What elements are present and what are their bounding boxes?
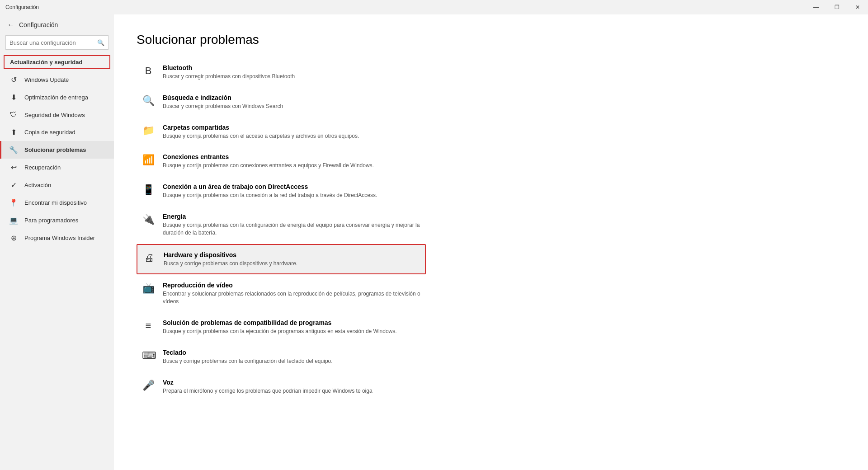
trouble-item-carpetas[interactable]: 📁Carpetas compartidasBusque y corrija pr… — [137, 118, 426, 146]
page-title: Solucionar problemas — [137, 33, 845, 47]
encontrar-icon: 📍 — [9, 198, 18, 207]
sidebar-item-activacion[interactable]: ✓Activación — [0, 176, 114, 194]
hardware-icon: 🖨 — [143, 252, 156, 264]
trouble-title-video: Reproducción de vídeo — [163, 282, 420, 289]
solucionar-icon: 🔧 — [9, 146, 18, 154]
trouble-item-conexiones[interactable]: 📶Conexiones entrantesBusque y corrija pr… — [137, 147, 426, 176]
activacion-icon: ✓ — [9, 181, 18, 189]
trouble-item-voz[interactable]: 🎤VozPrepara el micrófono y corrige los p… — [137, 372, 426, 401]
sidebar-item-label-seguridad: Seguridad de Windows — [24, 112, 85, 118]
trouble-title-conexiones: Conexiones entrantes — [163, 153, 420, 160]
sidebar-item-programadores[interactable]: 💻Para programadores — [0, 212, 114, 229]
trouble-item-video[interactable]: 📺Reproducción de vídeoEncontrar y soluci… — [137, 275, 426, 312]
trouble-text-directaccess: Conexión a un área de trabajo con Direct… — [163, 183, 420, 199]
conexiones-icon: 📶 — [142, 154, 155, 166]
trouble-text-teclado: TecladoBusca y corrige problemas con la … — [163, 349, 420, 365]
trouble-title-directaccess: Conexión a un área de trabajo con Direct… — [163, 183, 420, 190]
trouble-text-carpetas: Carpetas compartidasBusque y corrija pro… — [163, 124, 420, 140]
sidebar-app-title: Configuración — [19, 21, 58, 28]
titlebar-controls: — ❐ ✕ — [806, 0, 868, 14]
optimizacion-icon: ⬇ — [9, 93, 18, 102]
directaccess-icon: 📱 — [142, 184, 155, 196]
trouble-desc-bluetooth: Buscar y corregir problemas con disposit… — [163, 73, 420, 80]
trouble-item-bluetooth[interactable]: BBluetoothBuscar y corregir problemas co… — [137, 58, 426, 87]
trouble-text-bluetooth: BluetoothBuscar y corregir problemas con… — [163, 64, 420, 80]
active-section-label: Actualización y seguridad — [4, 55, 110, 69]
trouble-desc-hardware: Busca y corrige problemas con dispositiv… — [164, 260, 420, 268]
trouble-item-directaccess[interactable]: 📱Conexión a un área de trabajo con Direc… — [137, 177, 426, 206]
trouble-title-voz: Voz — [163, 379, 420, 386]
sidebar-item-solucionar[interactable]: 🔧Solucionar problemas — [0, 141, 114, 159]
search-input[interactable] — [9, 39, 97, 46]
trouble-desc-compatibilidad: Busque y corrija problemas con la ejecuc… — [163, 328, 420, 335]
trouble-desc-conexiones: Busque y corrija problemas con conexione… — [163, 162, 420, 169]
sidebar-item-label-insider: Programa Windows Insider — [24, 235, 95, 241]
sidebar-item-label-solucionar: Solucionar problemas — [24, 146, 86, 153]
trouble-title-bluetooth: Bluetooth — [163, 64, 420, 71]
copia-icon: ⬆ — [9, 128, 18, 136]
busqueda-icon: 🔍 — [142, 95, 155, 107]
sidebar-item-label-copia: Copia de seguridad — [24, 129, 75, 136]
trouble-item-busqueda[interactable]: 🔍Búsqueda e indizaciónBuscar y corregir … — [137, 88, 426, 117]
restore-button[interactable]: ❐ — [826, 0, 847, 14]
back-button[interactable]: ← Configuración — [0, 14, 114, 35]
trouble-desc-carpetas: Busque y corrija problemas con el acceso… — [163, 132, 420, 140]
trouble-title-hardware: Hardware y dispositivos — [164, 251, 420, 258]
trouble-item-teclado[interactable]: ⌨TecladoBusca y corrige problemas con la… — [137, 343, 426, 371]
app-container: ← Configuración 🔍 Actualización y seguri… — [0, 14, 868, 470]
teclado-icon: ⌨ — [142, 350, 155, 362]
sidebar-item-copia[interactable]: ⬆Copia de seguridad — [0, 123, 114, 141]
trouble-desc-video: Encontrar y solucionar problemas relacio… — [163, 290, 420, 306]
close-button[interactable]: ✕ — [847, 0, 868, 14]
trouble-text-energia: EnergíaBusque y corrija problemas con la… — [163, 213, 420, 237]
trouble-title-energia: Energía — [163, 213, 420, 220]
back-arrow-icon: ← — [7, 21, 14, 29]
trouble-desc-directaccess: Busque y corrija problemas con la conexi… — [163, 192, 420, 199]
sidebar-item-seguridad[interactable]: 🛡Seguridad de Windows — [0, 106, 114, 123]
recuperacion-icon: ↩ — [9, 163, 18, 172]
trouble-text-voz: VozPrepara el micrófono y corrige los pr… — [163, 379, 420, 395]
windows-update-icon: ↺ — [9, 75, 18, 84]
sidebar-item-optimizacion[interactable]: ⬇Optimización de entrega — [0, 89, 114, 106]
sidebar-item-insider[interactable]: ⊕Programa Windows Insider — [0, 229, 114, 247]
compatibilidad-icon: ≡ — [142, 320, 155, 332]
carpetas-icon: 📁 — [142, 125, 155, 136]
trouble-item-compatibilidad[interactable]: ≡Solución de problemas de compatibilidad… — [137, 313, 426, 342]
seguridad-icon: 🛡 — [9, 111, 18, 119]
sidebar: ← Configuración 🔍 Actualización y seguri… — [0, 14, 114, 470]
trouble-title-busqueda: Búsqueda e indización — [163, 94, 420, 101]
sidebar-item-label-programadores: Para programadores — [24, 217, 78, 224]
titlebar-title: Configuración — [5, 4, 39, 10]
minimize-button[interactable]: — — [806, 0, 826, 14]
insider-icon: ⊕ — [9, 234, 18, 242]
sidebar-item-recuperacion[interactable]: ↩Recuperación — [0, 159, 114, 176]
trouble-item-energia[interactable]: 🔌EnergíaBusque y corrija problemas con l… — [137, 207, 426, 243]
trouble-desc-voz: Prepara el micrófono y corrige los probl… — [163, 387, 420, 395]
trouble-title-compatibilidad: Solución de problemas de compatibilidad … — [163, 319, 420, 326]
sidebar-nav: ↺Windows Update⬇Optimización de entrega🛡… — [0, 71, 114, 247]
sidebar-item-label-windows-update: Windows Update — [24, 76, 69, 83]
sidebar-item-encontrar[interactable]: 📍Encontrar mi dispositivo — [0, 194, 114, 212]
trouble-text-video: Reproducción de vídeoEncontrar y solucio… — [163, 282, 420, 306]
trouble-desc-energia: Busque y corrija problemas con la config… — [163, 221, 420, 237]
search-icon: 🔍 — [97, 39, 104, 46]
trouble-text-conexiones: Conexiones entrantesBusque y corrija pro… — [163, 153, 420, 169]
trouble-title-carpetas: Carpetas compartidas — [163, 124, 420, 131]
programadores-icon: 💻 — [9, 216, 18, 225]
trouble-item-hardware[interactable]: 🖨Hardware y dispositivosBusca y corrige … — [137, 244, 426, 275]
trouble-text-hardware: Hardware y dispositivosBusca y corrige p… — [164, 251, 420, 268]
trouble-list: BBluetoothBuscar y corregir problemas co… — [137, 58, 845, 401]
sidebar-item-label-recuperacion: Recuperación — [24, 164, 61, 171]
trouble-text-compatibilidad: Solución de problemas de compatibilidad … — [163, 319, 420, 335]
trouble-text-busqueda: Búsqueda e indizaciónBuscar y corregir p… — [163, 94, 420, 110]
titlebar: Configuración — ❐ ✕ — [0, 0, 868, 14]
sidebar-item-label-encontrar: Encontrar mi dispositivo — [24, 199, 87, 206]
video-icon: 📺 — [142, 282, 155, 294]
sidebar-item-windows-update[interactable]: ↺Windows Update — [0, 71, 114, 89]
bluetooth-icon: B — [142, 65, 155, 77]
sidebar-item-label-activacion: Activación — [24, 182, 51, 188]
voz-icon: 🎤 — [142, 380, 155, 391]
trouble-desc-busqueda: Buscar y corregir problemas con Windows … — [163, 103, 420, 110]
trouble-title-teclado: Teclado — [163, 349, 420, 356]
sidebar-search-box[interactable]: 🔍 — [5, 35, 108, 50]
